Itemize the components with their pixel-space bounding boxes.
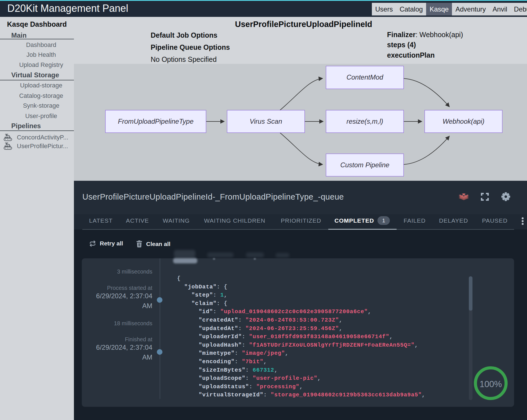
svg-text:Custom Pipeline: Custom Pipeline: [340, 161, 390, 169]
svg-text:resize(s,m,l): resize(s,m,l): [347, 118, 383, 125]
svg-text:Virus Scan: Virus Scan: [250, 118, 282, 125]
svg-text:ContentMod: ContentMod: [347, 73, 383, 81]
svg-text:FromUploadPipelineType: FromUploadPipelineType: [118, 118, 193, 125]
svg-text:Webhook(api): Webhook(api): [443, 118, 485, 125]
